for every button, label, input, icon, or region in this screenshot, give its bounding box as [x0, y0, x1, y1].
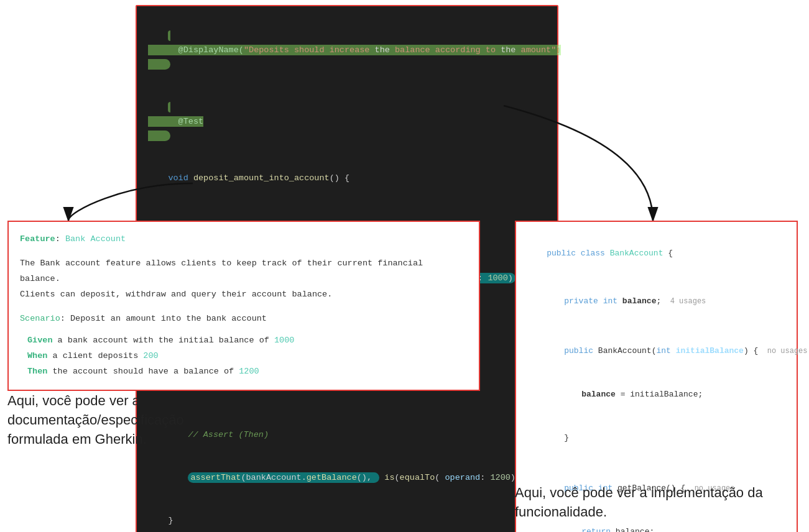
code-line-1: @DisplayName("Deposits should increase t…	[148, 15, 546, 86]
feature-scenario: Scenario: Deposit an amount into the ban…	[20, 311, 468, 327]
code-line-blank1	[148, 200, 546, 214]
code-line-3: void deposit_amount_into_account() {	[148, 157, 546, 200]
feature-desc2: Clients can deposit, withdraw and query …	[20, 287, 468, 303]
feature-desc1: The Bank account feature allows clients …	[20, 256, 468, 287]
impl-line-3: public BankAccount(int initialBalance) {…	[527, 329, 785, 373]
code-line-assert: assertThat(bankAccount.getBalance(), is(…	[148, 457, 546, 500]
feature-then: Then the account should have a balance o…	[20, 364, 468, 380]
code-line-close: }	[148, 500, 546, 532]
feature-when: When a client deposits 200	[20, 349, 468, 364]
feature-box: Feature: Bank Account The Bank account f…	[7, 221, 480, 391]
impl-line-4: balance = initialBalance;	[527, 373, 785, 416]
teal-highlight-3: assertThat(bankAccount.getBalance(),	[188, 472, 379, 483]
impl-line-5: }	[527, 416, 785, 460]
caption-left: Aqui, você pode ver a documentação/espec…	[7, 392, 244, 449]
code-line-2: @Test	[148, 86, 546, 158]
caption-right: Aqui, você pode ver a implementação da f…	[515, 484, 776, 522]
feature-given: Given a bank account with the initial ba…	[20, 333, 468, 349]
feature-title: Feature: Bank Account	[20, 232, 468, 247]
impl-line-1: public class BankAccount {	[527, 232, 785, 275]
impl-line-2: private int balance; 4 usages	[527, 279, 785, 323]
annotation-test-highlight: @Test	[148, 102, 203, 141]
annotation-highlight: @DisplayName("Deposits should increase t…	[148, 30, 561, 70]
